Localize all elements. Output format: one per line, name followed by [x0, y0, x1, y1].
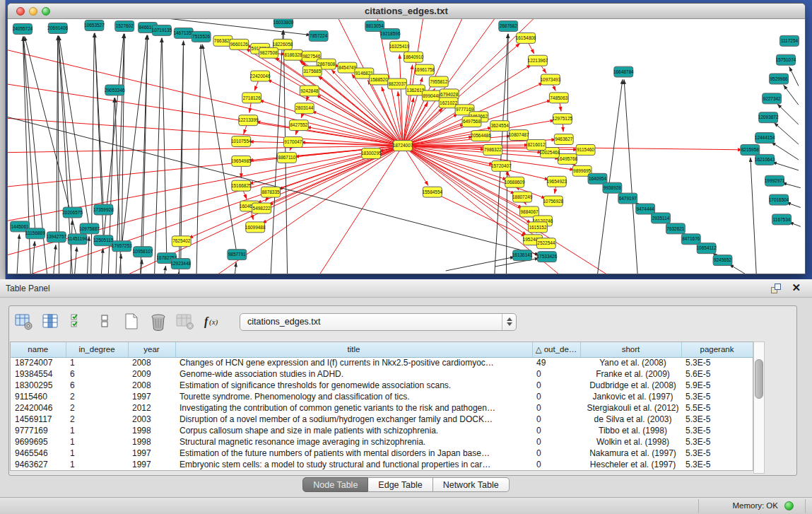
graph-node[interactable]: 9857791 — [228, 250, 247, 260]
table-cell[interactable]: 1997 — [128, 459, 175, 470]
graph-node[interactable]: 16495768 — [557, 153, 577, 164]
graph-node[interactable]: 19654923 — [546, 176, 567, 187]
table-row[interactable]: 2242004622012Investigating the contribut… — [11, 402, 753, 414]
graph-node[interactable]: 17533426 — [537, 252, 558, 262]
table-cell[interactable]: Embryonic stem cells: a model to study s… — [175, 459, 532, 470]
table-cell[interactable]: 22420046 — [11, 402, 66, 414]
column-select-icon[interactable] — [42, 313, 60, 331]
table-row[interactable]: 946554611997Estimation of the future num… — [11, 448, 753, 459]
table-cell[interactable]: 5.3E-5 — [681, 459, 753, 470]
table-settings-icon[interactable] — [15, 313, 33, 331]
table-cell[interactable]: 2003 — [128, 414, 175, 425]
graph-node[interactable]: 6497568 — [462, 117, 481, 127]
column-header[interactable]: name — [11, 342, 66, 357]
table-cell[interactable]: 2008 — [128, 357, 175, 368]
table-cell[interactable]: Hescheler et al. (1997) — [580, 459, 681, 470]
graph-node[interactable]: 16154808 — [516, 33, 536, 43]
graph-node[interactable]: 19218596 — [380, 28, 401, 39]
graph-node[interactable]: 3624554 — [490, 121, 510, 132]
table-cell[interactable]: 1 — [66, 459, 128, 470]
table-cell[interactable]: Dudbridge et al. (2008) — [580, 380, 681, 391]
table-cell[interactable]: 1 — [66, 436, 128, 448]
graph-node[interactable]: 1527602 — [115, 21, 134, 31]
vertical-scrollbar[interactable] — [753, 341, 765, 474]
graph-node[interactable]: 16210643 — [755, 154, 775, 165]
table-row[interactable]: 1456911722003Disruption of a novel membe… — [11, 414, 753, 425]
table-cell[interactable]: 1998 — [128, 425, 175, 436]
table-cell[interactable]: Tibbo et al. (1998) — [580, 425, 681, 436]
column-header[interactable]: title — [175, 342, 532, 357]
table-cell[interactable]: 5.3E-5 — [681, 448, 753, 459]
delete-table-icon[interactable] — [176, 313, 194, 331]
table-cell[interactable]: 5.3E-5 — [681, 391, 753, 402]
table-cell[interactable]: 5.9E-5 — [681, 380, 753, 391]
table-cell[interactable]: 9465546 — [11, 448, 66, 459]
graph-node[interactable]: 7625402 — [172, 236, 191, 247]
graph-node[interactable]: 18300295 — [361, 148, 382, 158]
graph-node[interactable]: 19654985 — [231, 156, 252, 166]
table-cell[interactable]: 6 — [66, 368, 128, 380]
table-cell[interactable]: Genome-wide association studies in ADHD. — [175, 368, 532, 380]
column-header[interactable]: year — [128, 342, 175, 357]
table-cell[interactable]: Changes of HCN gene expression and I(f) … — [175, 357, 532, 368]
graph-node[interactable]: 8878335 — [261, 187, 281, 197]
table-cell[interactable]: Estimation of the future numbers of pati… — [175, 448, 532, 459]
graph-node[interactable]: 12975125 — [552, 114, 572, 124]
table-cell[interactable]: Franke et al. (2009) — [580, 368, 681, 380]
table-cell[interactable]: 5.3E-5 — [681, 436, 753, 448]
table-cell[interactable]: Wolkin et al. (1998) — [580, 436, 681, 448]
table-cell[interactable]: 1997 — [128, 391, 175, 402]
table-cell[interactable]: 9777169 — [11, 425, 66, 436]
column-header[interactable]: in_degree — [66, 342, 128, 357]
table-cell[interactable]: 19384554 — [11, 368, 66, 380]
table-row[interactable]: 911546021997Tourette syndrome. Phenomeno… — [11, 391, 753, 402]
graph-node[interactable]: 10719135 — [152, 25, 172, 35]
graph-node[interactable]: 9227342 — [763, 93, 782, 104]
graph-node[interactable]: 18724007 — [393, 141, 413, 151]
graph-node[interactable]: 9938928 — [603, 182, 622, 193]
table-cell[interactable]: 9699695 — [11, 436, 66, 448]
memory-status-indicator[interactable] — [784, 501, 794, 510]
table-cell[interactable]: 18300295 — [11, 380, 66, 391]
graph-node[interactable]: 20564486 — [471, 131, 491, 141]
graph-node[interactable]: 9827508 — [259, 47, 278, 58]
graph-node[interactable]: 20206575 — [62, 207, 83, 218]
table-cell[interactable]: Nakamura et al. (1997) — [580, 448, 681, 459]
graph-node[interactable]: 16325419 — [389, 41, 410, 52]
table-cell[interactable]: 1997 — [128, 448, 175, 459]
graph-node[interactable]: 11156889 — [25, 228, 45, 239]
graph-node[interactable]: 16033809 — [273, 19, 294, 28]
graph-node[interactable]: 7515526 — [192, 31, 211, 42]
table-cell[interactable]: 0 — [532, 368, 580, 380]
table-cell[interactable]: Disruption of a novel member of a sodium… — [175, 414, 532, 425]
graph-node[interactable]: 15166825 — [231, 180, 252, 191]
graph-node[interactable]: 10807487 — [509, 130, 529, 141]
table-cell[interactable]: 0 — [532, 402, 580, 414]
table-cell[interactable]: 0 — [532, 436, 580, 448]
graph-node[interactable]: 15584554 — [422, 187, 442, 197]
graph-node[interactable]: 8822037 — [388, 78, 407, 89]
graph-node[interactable]: 17957253 — [112, 241, 132, 252]
table-row[interactable]: 969969511998Structural magnetic resonanc… — [11, 436, 753, 448]
graph-node[interactable]: 10688609 — [505, 177, 525, 187]
graph-node[interactable]: 24055724 — [13, 23, 33, 34]
network-canvas[interactable]: 1872400776638229660126591295418226058982… — [8, 19, 805, 274]
graph-node[interactable]: 8990448 — [422, 90, 441, 101]
graph-node[interactable]: 12213967 — [528, 55, 548, 66]
select-all-check-icon[interactable] — [69, 313, 87, 331]
graph-node[interactable]: 10975887 — [79, 223, 100, 234]
table-cell[interactable]: 0 — [532, 391, 580, 402]
table-row[interactable]: 977716911998Corpus callosum shape and si… — [11, 425, 753, 436]
table-cell[interactable]: 1 — [66, 425, 128, 436]
graph-node[interactable]: 1588520 — [370, 74, 389, 85]
table-cell[interactable]: Jankovic et al. (1997) — [580, 391, 681, 402]
graph-node[interactable]: 9245652 — [713, 255, 732, 266]
table-cell[interactable]: 9115460 — [11, 391, 66, 402]
graph-node[interactable]: 16961758 — [414, 64, 435, 75]
graph-node[interactable]: 16099488 — [245, 222, 266, 233]
graph-node[interactable]: 10653527 — [84, 20, 105, 30]
table-cell[interactable]: de Silva et al. (2003) — [580, 414, 681, 425]
graph-node[interactable]: 2935114 — [652, 213, 671, 223]
graph-node[interactable]: 12923448 — [170, 259, 191, 269]
table-cell[interactable]: Tourette syndrome. Phenomenology and cla… — [175, 391, 532, 402]
